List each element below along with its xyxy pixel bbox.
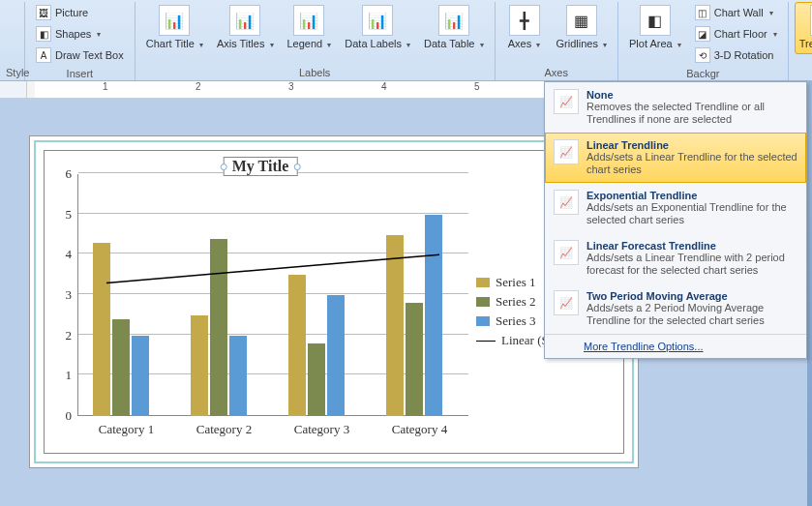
plot-area-label: Plot Area <box>629 38 673 49</box>
axes-label: Axes <box>508 38 531 49</box>
trendline-label: Trendline <box>799 38 812 49</box>
menu-item-desc: Adds/sets a Linear Trendline for the sel… <box>586 151 797 176</box>
labels-group-label: Labels <box>141 65 489 80</box>
rotation-label: 3-D Rotation <box>714 49 774 61</box>
legend-swatch <box>476 316 490 326</box>
labels-group: 📊 Chart Title ▾ 📊 Axis Titles ▾ 📊 Legend… <box>135 2 496 80</box>
picture-button[interactable]: 🖼 Picture <box>31 2 129 23</box>
trendline-option-icon: 📈 <box>554 290 579 315</box>
legend-swatch <box>476 297 490 307</box>
ribbon: Style 🖼 Picture ◧ Shapes ▾ A Draw Text B… <box>0 0 812 81</box>
trendline-option-linear-trendline[interactable]: 📈Linear TrendlineAdds/sets a Linear Tren… <box>545 133 806 183</box>
picture-icon: 🖼 <box>36 5 51 20</box>
menu-item-title: None <box>586 89 797 101</box>
trendline-option-icon: 📈 <box>554 139 579 164</box>
x-tick-label: Category 1 <box>77 422 175 437</box>
legend-label: Series 1 <box>496 275 536 290</box>
plot-area-button[interactable]: ◧ Plot Area ▾ <box>624 2 686 54</box>
legend-button[interactable]: 📊 Legend ▾ <box>283 2 337 54</box>
axis-titles-icon: 📊 <box>229 5 260 36</box>
textbox-icon: A <box>36 47 51 63</box>
textbox-button[interactable]: A Draw Text Box <box>31 45 129 66</box>
data-labels-icon: 📊 <box>362 5 393 36</box>
plot-area-icon: ◧ <box>640 5 671 36</box>
data-table-icon: 📊 <box>438 5 469 36</box>
trendline-line[interactable] <box>77 174 468 416</box>
trendline-dropdown: 📈NoneRemoves the selected Trendline or a… <box>544 81 807 359</box>
menu-item-title: Two Period Moving Average <box>586 290 797 302</box>
y-tick-label: 5 <box>66 207 73 223</box>
chart-title-text: My Title <box>232 158 289 174</box>
ruler-number: 1 <box>103 81 108 92</box>
legend-line-swatch <box>476 341 496 342</box>
axes-group-label: Axes <box>501 65 612 80</box>
chart-floor-button[interactable]: ◪ Chart Floor▾ <box>690 23 782 45</box>
menu-item-title: Linear Forecast Trendline <box>586 240 797 252</box>
data-labels-label: Data Labels <box>345 38 402 49</box>
chart-wall-label: Chart Wall <box>714 7 764 18</box>
ruler-number: 3 <box>288 81 294 92</box>
chart-floor-icon: ◪ <box>695 26 710 42</box>
y-tick-label: 2 <box>66 328 73 343</box>
trendline-option-two-period-moving-average[interactable]: 📈Two Period Moving AverageAdds/sets a 2 … <box>545 283 806 334</box>
chart-floor-label: Chart Floor <box>714 28 767 40</box>
legend-label: Series 3 <box>496 313 536 329</box>
menu-item-desc: Removes the selected Trendline or all Tr… <box>586 101 797 126</box>
y-tick-label: 0 <box>66 408 73 424</box>
ruler-number: 4 <box>381 81 387 92</box>
menu-item-desc: Adds/sets a Linear Trendline with 2 peri… <box>586 252 797 277</box>
picture-label: Picture <box>55 7 88 18</box>
legend-swatch <box>476 278 490 287</box>
style-group: Style <box>0 2 25 80</box>
ruler-corner <box>0 81 27 98</box>
chevron-down-icon: ▾ <box>97 30 101 39</box>
axes-icon: ╋ <box>509 5 540 36</box>
y-tick-label: 6 <box>66 166 73 182</box>
data-labels-button[interactable]: 📊 Data Labels ▾ <box>340 2 415 54</box>
data-table-label: Data Table <box>424 38 474 49</box>
ruler-number: 2 <box>195 81 201 92</box>
axes-group: ╋ Axes ▾ ▦ Gridlines ▾ Axes <box>496 2 618 80</box>
more-trendline-link[interactable]: More Trendline Options... <box>584 341 704 352</box>
ruler-number: 5 <box>474 81 480 92</box>
x-tick-label: Category 2 <box>175 422 273 437</box>
shapes-button[interactable]: ◧ Shapes ▾ <box>31 23 129 45</box>
plot-area[interactable]: 0123456 Category 1Category 2Category 3Ca… <box>52 155 468 445</box>
gridlines-button[interactable]: ▦ Gridlines ▾ <box>552 2 612 54</box>
chart-inner: My Title 0123456 Category 1Category 2Cat… <box>44 150 624 454</box>
chart-title-box[interactable]: My Title <box>224 157 298 176</box>
legend-icon: 📊 <box>293 5 324 36</box>
insert-group-label: Insert <box>31 66 129 81</box>
rotation-button[interactable]: ⟲ 3-D Rotation <box>690 45 782 66</box>
legend-label: Legend <box>287 38 323 49</box>
trendline-option-linear-forecast-trendline[interactable]: 📈Linear Forecast TrendlineAdds/sets a Li… <box>545 233 806 283</box>
analysis-group: 📈 Trendline ▾ ／ Lines▾ ◫ Up/Down Bars▾ ┼… <box>788 2 812 80</box>
trendline-option-exponential-trendline[interactable]: 📈Exponential TrendlineAdds/sets an Expon… <box>545 183 806 233</box>
menu-item-desc: Adds/sets an Exponential Trendline for t… <box>586 201 797 226</box>
y-tick-label: 4 <box>66 247 73 262</box>
background-group: ◧ Plot Area ▾ ◫ Chart Wall▾ ◪ Chart Floo… <box>618 2 788 80</box>
chart-title-label: Chart Title <box>146 38 195 49</box>
trendline-option-icon: 📈 <box>554 89 579 114</box>
trendline-option-none[interactable]: 📈NoneRemoves the selected Trendline or a… <box>545 82 806 133</box>
axis-titles-button[interactable]: 📊 Axis Titles ▾ <box>212 2 279 54</box>
menu-item-desc: Adds/sets a 2 Period Moving Average Tren… <box>586 302 797 327</box>
data-table-button[interactable]: 📊 Data Table ▾ <box>419 2 488 54</box>
textbox-label: Draw Text Box <box>55 49 124 61</box>
gridlines-label: Gridlines <box>556 38 598 49</box>
x-axis: Category 1Category 2Category 3Category 4 <box>77 422 468 437</box>
trendline-button[interactable]: 📈 Trendline ▾ <box>795 2 812 54</box>
trendline-option-icon: 📈 <box>554 240 579 265</box>
axes-button[interactable]: ╋ Axes ▾ <box>501 2 548 54</box>
insert-group: 🖼 Picture ◧ Shapes ▾ A Draw Text Box Ins… <box>25 2 135 80</box>
svg-line-0 <box>106 254 439 283</box>
chart-title-button[interactable]: 📊 Chart Title ▾ <box>141 2 208 54</box>
trendline-more-options[interactable]: More Trendline Options... <box>545 334 806 358</box>
axis-titles-label: Axis Titles <box>217 38 265 49</box>
legend-label: Series 2 <box>496 294 536 310</box>
shapes-icon: ◧ <box>36 26 51 42</box>
gridlines-icon: ▦ <box>566 5 597 36</box>
style-group-label: Style <box>6 65 18 80</box>
right-scrollbar[interactable] <box>807 81 812 506</box>
chart-wall-button[interactable]: ◫ Chart Wall▾ <box>690 2 782 23</box>
